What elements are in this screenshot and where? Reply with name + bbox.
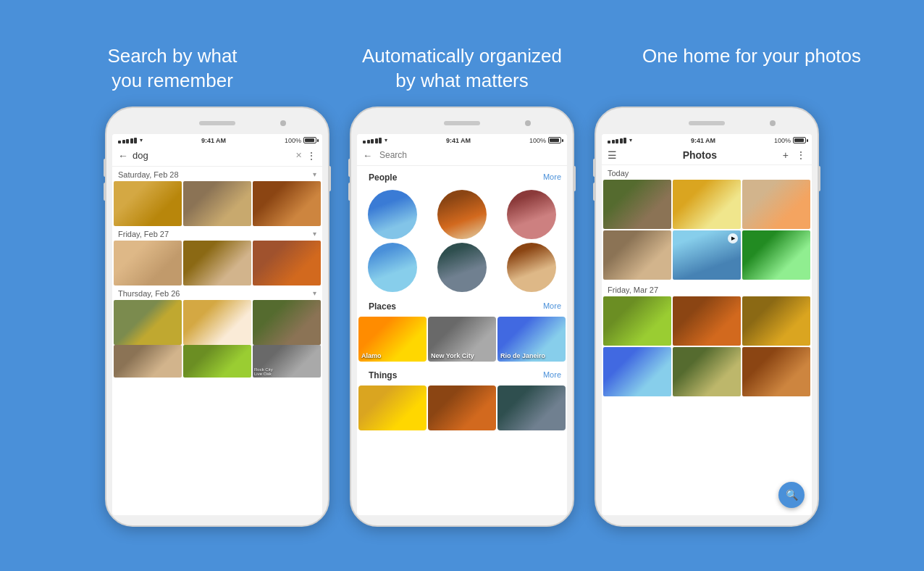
- search-query-1[interactable]: dog: [133, 150, 291, 161]
- battery-pct-2: 100%: [529, 137, 546, 144]
- status-bar-2: ▾ 9:41 AM 100%: [357, 134, 567, 146]
- headers-row: Search by whatyou remember Automatically…: [28, 44, 896, 93]
- header-3: One home for your photos: [621, 44, 882, 93]
- status-time-2: 9:41 AM: [446, 137, 471, 144]
- thumb-1d-3[interactable]: Rock CityLive Oak: [253, 345, 321, 378]
- people-more[interactable]: More: [543, 172, 561, 181]
- places-more[interactable]: More: [543, 301, 561, 310]
- place-thumb-1[interactable]: Alamo: [358, 317, 427, 362]
- fri-thumb-5[interactable]: [673, 347, 741, 396]
- battery-icon-3: [793, 137, 806, 143]
- fri-thumb-1[interactable]: [603, 296, 671, 346]
- today-thumb-1[interactable]: [603, 180, 671, 229]
- fri-thumb-4[interactable]: [603, 347, 671, 396]
- status-time-1: 9:41 AM: [201, 137, 226, 144]
- phone-2-top: [357, 117, 567, 130]
- photos-title: Photos: [683, 149, 717, 161]
- thing-thumb-2[interactable]: [428, 385, 496, 430]
- today-thumb-4[interactable]: [603, 230, 671, 280]
- wifi-icon-3: ▾: [629, 137, 632, 143]
- dot2-1: [363, 141, 366, 143]
- place-thumb-2[interactable]: New York City: [428, 317, 496, 362]
- person-circle-5[interactable]: [437, 243, 487, 292]
- hamburger-icon[interactable]: ☰: [608, 149, 617, 161]
- more-icon-3[interactable]: ⋮: [796, 149, 806, 161]
- phone-3-screen: ▾ 9:41 AM 100% ☰ Photos + ⋮: [602, 134, 812, 515]
- person-circle-2[interactable]: [437, 190, 487, 239]
- clear-icon-1[interactable]: ✕: [295, 151, 302, 160]
- photos-toolbar: ☰ Photos + ⋮: [602, 146, 812, 165]
- timeline-section: Today ▶ Friday, Mar 27: [602, 165, 812, 515]
- today-label: Today: [608, 169, 629, 178]
- dot2: [122, 140, 125, 143]
- dot2-4: [375, 138, 378, 143]
- search-input-2[interactable]: [377, 150, 561, 160]
- today-grid: [602, 180, 812, 229]
- person-circle-1[interactable]: [368, 190, 417, 239]
- side-button-3: [818, 166, 820, 191]
- thing-thumb-3[interactable]: [497, 385, 566, 430]
- thumb-1b-1[interactable]: [114, 241, 182, 286]
- places-grid: Alamo New York City Rio de Janeiro: [357, 317, 567, 362]
- search-toolbar-2[interactable]: ←: [357, 146, 567, 166]
- place-thumb-3[interactable]: Rio de Janeiro: [497, 317, 566, 362]
- fri-thumb-6[interactable]: [742, 347, 810, 396]
- photo-grid-1b: [112, 241, 322, 286]
- signal-area-2: ▾: [363, 137, 387, 143]
- thumb-1a-3[interactable]: [253, 181, 321, 226]
- phone-1-screen: ▾ 9:41 AM 100% ← dog ✕ ⋮: [112, 134, 322, 515]
- thing-thumb-1[interactable]: [358, 385, 427, 430]
- fri-thumb-2[interactable]: [673, 296, 741, 346]
- photo-grid-1a: [112, 181, 322, 226]
- add-icon[interactable]: +: [783, 149, 789, 161]
- fri-thumb-3[interactable]: [742, 296, 810, 346]
- thumb-1d-1[interactable]: [114, 345, 182, 378]
- person-circle-3[interactable]: [507, 190, 556, 239]
- camera-2: [525, 120, 531, 126]
- thumb-1c-1[interactable]: [114, 300, 182, 345]
- place-label-2: New York City: [431, 352, 474, 359]
- place-label-1: Alamo: [361, 352, 382, 359]
- date-label-1b: Friday, Feb 27: [118, 230, 169, 238]
- battery-fill-2: [550, 138, 559, 142]
- thumb-1a-1[interactable]: [114, 181, 182, 226]
- dot3-3: [616, 139, 618, 143]
- chevron-1b: ▾: [313, 230, 316, 238]
- thumb-1b-2[interactable]: [183, 241, 251, 286]
- more-icon-1[interactable]: ⋮: [306, 150, 316, 162]
- thumb-1c-3[interactable]: [253, 300, 321, 345]
- speaker-2: [444, 121, 480, 125]
- phones-row: ▾ 9:41 AM 100% ← dog ✕ ⋮: [105, 107, 819, 527]
- status-time-3: 9:41 AM: [691, 137, 715, 144]
- date-header-1b: Friday, Feb 27 ▾: [112, 226, 322, 241]
- fab-search-button[interactable]: 🔍: [778, 482, 805, 508]
- today-thumb-2[interactable]: [673, 180, 741, 229]
- vol-button-1a: [104, 159, 106, 177]
- battery-pct-1: 100%: [285, 137, 301, 144]
- dot3-2: [612, 140, 615, 143]
- thumb-1d-2[interactable]: [183, 345, 251, 378]
- signal-dots-1: [118, 138, 137, 143]
- search-bar-1[interactable]: ← dog ✕ ⋮: [112, 146, 322, 167]
- person-circle-6[interactable]: [507, 243, 556, 292]
- dot3: [126, 139, 129, 143]
- back-icon-2[interactable]: ←: [363, 150, 372, 161]
- photo-scroll-1: Saturday, Feb 28 ▾ Friday, Feb 27 ▾: [112, 167, 322, 515]
- signal-area-3: ▾: [608, 137, 632, 143]
- thumb-1b-3[interactable]: [253, 241, 321, 286]
- dot1: [118, 141, 121, 143]
- vol-button-2a: [348, 159, 351, 177]
- today-thumb-3[interactable]: [742, 180, 810, 229]
- today-thumb-5[interactable]: ▶: [673, 230, 741, 280]
- thumb-1a-2[interactable]: [183, 181, 251, 226]
- friday-header: Friday, Mar 27: [602, 282, 812, 296]
- dot5: [134, 138, 137, 143]
- status-bar-1: ▾ 9:41 AM 100%: [112, 134, 322, 146]
- thumb-1c-2[interactable]: [183, 300, 251, 345]
- back-icon-1[interactable]: ←: [118, 150, 128, 162]
- phone-1-top: [112, 117, 322, 130]
- person-circle-4[interactable]: [368, 243, 417, 292]
- today-thumb-6[interactable]: [742, 230, 810, 280]
- dot3-5: [623, 138, 626, 143]
- things-more[interactable]: More: [543, 370, 561, 379]
